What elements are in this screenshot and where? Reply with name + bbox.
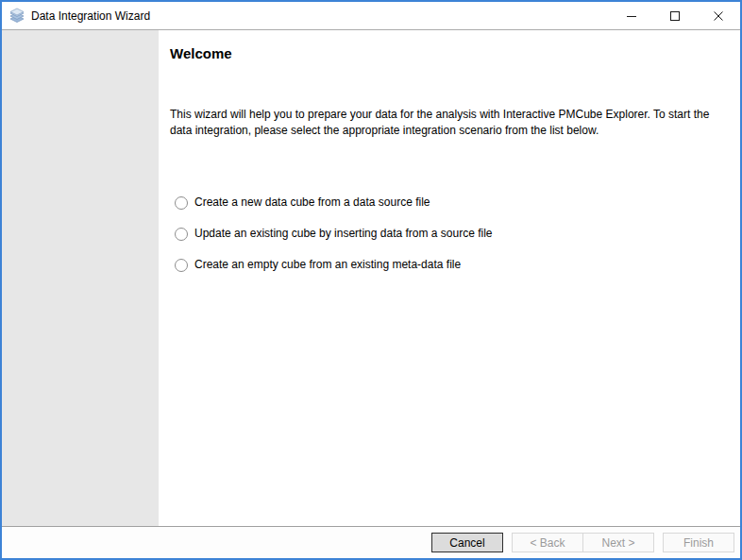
radio-unselected-icon[interactable] [175,196,188,210]
footer-button-bar: Cancel < Back Next > Finish [2,526,740,558]
minimize-button[interactable] [610,2,653,29]
radio-option-update-existing-cube[interactable]: Update an existing cube by inserting dat… [175,227,740,241]
data-integration-wizard-window: Data Integration Wizard Wel [0,0,742,560]
wizard-description: This wizard will help you to prepare you… [170,107,740,139]
wizard-body: Welcome This wizard will help you to pre… [2,30,740,526]
maximize-button[interactable] [653,2,697,29]
title-bar[interactable]: Data Integration Wizard [2,2,740,30]
window-controls [610,2,740,29]
radio-option-label: Update an existing cube by inserting dat… [194,227,493,241]
window-close-icon [713,10,724,22]
back-button[interactable]: < Back [512,533,583,552]
window-minimize-icon [626,10,637,22]
description-line-1: This wizard will help you to prepare you… [170,108,709,121]
radio-option-label: Create an empty cube from an existing me… [194,258,461,272]
window-title: Data Integration Wizard [31,9,150,23]
wizard-sidebar [2,30,159,526]
window-maximize-icon [669,10,681,22]
wizard-content-panel: Welcome This wizard will help you to pre… [159,30,740,526]
page-title: Welcome [170,45,740,62]
description-line-2: data integration, please select the appr… [170,124,599,137]
data-cube-stack-icon [8,8,25,25]
radio-unselected-icon[interactable] [175,228,188,241]
cancel-button[interactable]: Cancel [431,533,503,552]
next-button[interactable]: Next > [582,533,654,552]
radio-option-create-empty-cube[interactable]: Create an empty cube from an existing me… [175,258,740,272]
integration-scenario-options: Create a new data cube from a data sourc… [170,195,740,272]
finish-button[interactable]: Finish [663,533,734,552]
radio-option-create-new-cube[interactable]: Create a new data cube from a data sourc… [175,195,740,210]
close-button[interactable] [697,2,740,29]
radio-option-label: Create a new data cube from a data sourc… [194,195,430,210]
radio-unselected-icon[interactable] [175,259,188,272]
